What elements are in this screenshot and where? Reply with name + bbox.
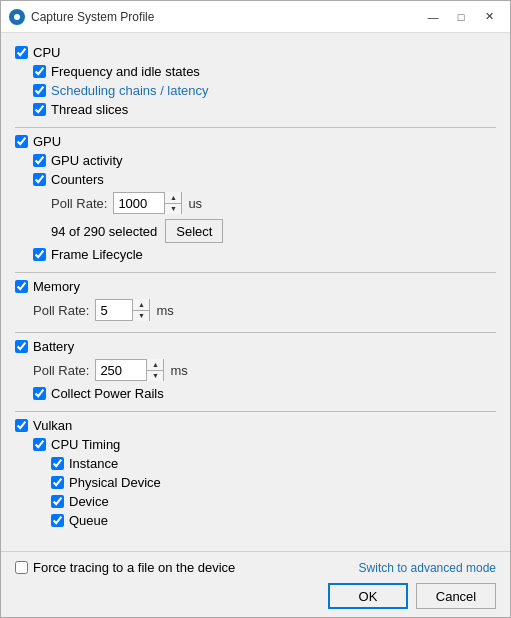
sched-chains-row: Scheduling chains / latency: [33, 81, 496, 100]
battery-poll-spinbox-btns: ▲ ▼: [146, 359, 163, 381]
window-title: Capture System Profile: [31, 10, 420, 24]
battery-header: Battery: [15, 337, 496, 356]
memory-label[interactable]: Memory: [33, 279, 80, 294]
memory-poll-up-button[interactable]: ▲: [133, 299, 149, 311]
memory-section: Memory Poll Rate: 5 ▲ ▼ ms: [15, 277, 496, 328]
gpu-select-button[interactable]: Select: [165, 219, 223, 243]
gpu-activity-row: GPU activity: [33, 151, 496, 170]
minimize-button[interactable]: —: [420, 7, 446, 27]
collect-power-rails-row: Collect Power Rails: [33, 384, 496, 403]
ok-button[interactable]: OK: [328, 583, 408, 609]
gpu-activity-label[interactable]: GPU activity: [51, 153, 123, 168]
window-icon: [9, 9, 25, 25]
memory-poll-spinbox: 5 ▲ ▼: [95, 299, 150, 321]
battery-poll-up-button[interactable]: ▲: [147, 359, 163, 371]
thread-slices-row: Thread slices: [33, 100, 496, 119]
gpu-poll-row: Poll Rate: 1000 ▲ ▼ us: [33, 189, 496, 217]
capture-system-profile-window: Capture System Profile — □ ✕ CPU Frequen…: [0, 0, 511, 618]
footer-top: Force tracing to a file on the device Sw…: [15, 560, 496, 575]
cpu-timing-items: Instance Physical Device Device Queue: [33, 454, 496, 530]
cpu-timing-checkbox[interactable]: [33, 438, 46, 451]
battery-items: Poll Rate: 250 ▲ ▼ ms Collect Power Rail…: [15, 356, 496, 407]
gpu-label[interactable]: GPU: [33, 134, 61, 149]
memory-poll-down-button[interactable]: ▼: [133, 311, 149, 322]
vk-device-checkbox[interactable]: [51, 495, 64, 508]
force-tracing-checkbox[interactable]: [15, 561, 28, 574]
instance-checkbox[interactable]: [51, 457, 64, 470]
memory-poll-spinbox-btns: ▲ ▼: [132, 299, 149, 321]
freq-idle-label[interactable]: Frequency and idle states: [51, 64, 200, 79]
collect-power-rails-label[interactable]: Collect Power Rails: [51, 386, 164, 401]
collect-power-rails-checkbox[interactable]: [33, 387, 46, 400]
gpu-checkbox[interactable]: [15, 135, 28, 148]
maximize-button[interactable]: □: [448, 7, 474, 27]
counters-label[interactable]: Counters: [51, 172, 104, 187]
vulkan-items: CPU Timing Instance Physical Device Devi…: [15, 435, 496, 534]
counters-checkbox[interactable]: [33, 173, 46, 186]
cpu-items: Frequency and idle states Scheduling cha…: [15, 62, 496, 123]
gpu-poll-label: Poll Rate:: [51, 196, 107, 211]
queue-label[interactable]: Queue: [69, 513, 108, 528]
vulkan-checkbox[interactable]: [15, 419, 28, 432]
battery-poll-input[interactable]: 250: [96, 360, 146, 380]
gpu-poll-unit: us: [188, 196, 202, 211]
instance-label[interactable]: Instance: [69, 456, 118, 471]
thread-slices-checkbox[interactable]: [33, 103, 46, 116]
sched-chains-label[interactable]: Scheduling chains / latency: [51, 83, 209, 98]
memory-poll-row: Poll Rate: 5 ▲ ▼ ms: [33, 296, 496, 324]
gpu-poll-down-button[interactable]: ▼: [165, 204, 181, 215]
vulkan-header: Vulkan: [15, 416, 496, 435]
window-controls: — □ ✕: [420, 7, 502, 27]
freq-idle-checkbox[interactable]: [33, 65, 46, 78]
thread-slices-label[interactable]: Thread slices: [51, 102, 128, 117]
memory-poll-unit: ms: [156, 303, 173, 318]
title-bar: Capture System Profile — □ ✕: [1, 1, 510, 33]
memory-poll-label: Poll Rate:: [33, 303, 89, 318]
gpu-section: GPU GPU activity Counters Poll Rate: 100…: [15, 132, 496, 268]
battery-section: Battery Poll Rate: 250 ▲ ▼ ms: [15, 337, 496, 407]
sched-chains-checkbox[interactable]: [33, 84, 46, 97]
gpu-poll-up-button[interactable]: ▲: [165, 192, 181, 204]
memory-poll-input[interactable]: 5: [96, 300, 132, 320]
cpu-label[interactable]: CPU: [33, 45, 60, 60]
cpu-section: CPU Frequency and idle states Scheduling…: [15, 43, 496, 123]
vulkan-section: Vulkan CPU Timing Instance Physical Devi…: [15, 416, 496, 534]
gpu-header: GPU: [15, 132, 496, 151]
memory-header: Memory: [15, 277, 496, 296]
gpu-poll-spinbox-btns: ▲ ▼: [164, 192, 181, 214]
memory-checkbox[interactable]: [15, 280, 28, 293]
cpu-checkbox[interactable]: [15, 46, 28, 59]
divider-battery-vulkan: [15, 411, 496, 412]
cpu-timing-label[interactable]: CPU Timing: [51, 437, 120, 452]
freq-idle-row: Frequency and idle states: [33, 62, 496, 81]
vk-device-label[interactable]: Device: [69, 494, 109, 509]
battery-checkbox[interactable]: [15, 340, 28, 353]
close-button[interactable]: ✕: [476, 7, 502, 27]
gpu-items: GPU activity Counters Poll Rate: 1000 ▲ …: [15, 151, 496, 268]
physical-device-label[interactable]: Physical Device: [69, 475, 161, 490]
frame-lifecycle-checkbox[interactable]: [33, 248, 46, 261]
battery-label[interactable]: Battery: [33, 339, 74, 354]
force-tracing-label[interactable]: Force tracing to a file on the device: [33, 560, 235, 575]
queue-checkbox[interactable]: [51, 514, 64, 527]
footer: Force tracing to a file on the device Sw…: [1, 551, 510, 617]
queue-row: Queue: [51, 511, 496, 530]
cancel-button[interactable]: Cancel: [416, 583, 496, 609]
gpu-select-count: 94 of 290 selected: [51, 224, 157, 239]
physical-device-row: Physical Device: [51, 473, 496, 492]
gpu-poll-input[interactable]: 1000: [114, 193, 164, 213]
frame-lifecycle-label[interactable]: Frame Lifecycle: [51, 247, 143, 262]
cpu-timing-row: CPU Timing: [33, 435, 496, 454]
device-row: Device: [51, 492, 496, 511]
battery-poll-down-button[interactable]: ▼: [147, 371, 163, 382]
footer-buttons: OK Cancel: [15, 583, 496, 609]
advanced-mode-link[interactable]: Switch to advanced mode: [359, 561, 496, 575]
physical-device-checkbox[interactable]: [51, 476, 64, 489]
gpu-activity-checkbox[interactable]: [33, 154, 46, 167]
gpu-poll-spinbox: 1000 ▲ ▼: [113, 192, 182, 214]
vulkan-label[interactable]: Vulkan: [33, 418, 72, 433]
gpu-select-info: 94 of 290 selected Select: [33, 217, 496, 245]
memory-items: Poll Rate: 5 ▲ ▼ ms: [15, 296, 496, 328]
divider-memory-battery: [15, 332, 496, 333]
battery-poll-label: Poll Rate:: [33, 363, 89, 378]
